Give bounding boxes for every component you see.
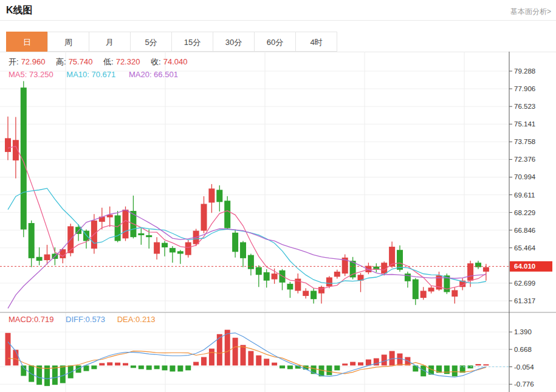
svg-text:0.668: 0.668 [514,346,532,353]
kline-chart[interactable]: 79.28877.90676.52375.14173.75872.37670.9… [0,52,556,392]
tab-4hour[interactable]: 4时 [295,32,337,52]
svg-text:72.376: 72.376 [514,156,535,163]
header: K线图 基本面分析> [0,0,556,21]
svg-text:-0.776: -0.776 [514,380,534,388]
svg-text:64.010: 64.010 [514,263,535,270]
svg-text:70.994: 70.994 [514,173,536,181]
svg-text:76.523: 76.523 [514,103,535,110]
axis-layer: 79.28877.90676.52375.14173.75872.37670.9… [0,52,556,392]
kline-app: K线图 基本面分析> 日 周 月 5分 15分 30分 60分 4时 79.28… [0,0,556,392]
svg-text:62.699: 62.699 [514,280,535,287]
svg-text:73.758: 73.758 [514,138,535,145]
tab-month[interactable]: 月 [89,32,131,52]
tab-15min[interactable]: 15分 [171,32,213,52]
svg-text:1.390: 1.390 [514,328,532,335]
svg-text:69.611: 69.611 [514,191,535,199]
svg-text:79.288: 79.288 [514,67,535,75]
svg-text:75.141: 75.141 [514,120,535,128]
macd-layer [5,330,510,387]
svg-text:65.464: 65.464 [514,244,536,252]
svg-text:77.906: 77.906 [514,85,535,92]
tab-week[interactable]: 周 [47,32,89,52]
svg-text:61.317: 61.317 [514,297,535,304]
period-tabs: 日 周 月 5分 15分 30分 60分 4时 [6,32,337,52]
chart-area: 79.28877.90676.52375.14173.75872.37670.9… [0,52,556,392]
fundamental-analysis-link[interactable]: 基本面分析> [510,7,551,17]
tab-day[interactable]: 日 [6,32,48,52]
page-title: K线图 [6,4,33,17]
svg-text:68.229: 68.229 [514,209,535,216]
grid-layer [0,52,509,392]
svg-text:66.846: 66.846 [514,227,535,234]
tab-60min[interactable]: 60分 [254,32,296,52]
tab-5min[interactable]: 5分 [130,32,172,52]
tab-30min[interactable]: 30分 [213,32,255,52]
svg-text:-0.054: -0.054 [514,363,534,371]
